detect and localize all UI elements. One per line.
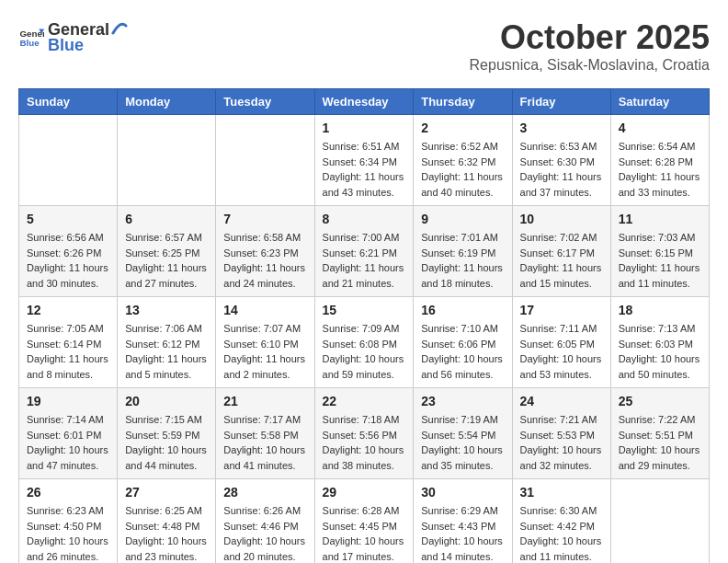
day-info: Sunrise: 7:15 AMSunset: 5:59 PMDaylight:… xyxy=(125,412,208,473)
day-number: 31 xyxy=(520,485,603,500)
day-info: Sunrise: 6:52 AMSunset: 6:32 PMDaylight:… xyxy=(421,139,504,200)
table-cell: 4Sunrise: 6:54 AMSunset: 6:28 PMDaylight… xyxy=(610,115,709,206)
day-info: Sunrise: 7:13 AMSunset: 6:03 PMDaylight:… xyxy=(619,321,701,382)
day-number: 5 xyxy=(27,212,109,226)
day-number: 20 xyxy=(125,394,208,408)
day-number: 9 xyxy=(421,212,504,226)
day-info: Sunrise: 6:53 AMSunset: 6:30 PMDaylight:… xyxy=(520,139,603,200)
day-info: Sunrise: 6:56 AMSunset: 6:26 PMDaylight:… xyxy=(27,230,109,291)
table-cell: 16Sunrise: 7:10 AMSunset: 6:06 PMDayligh… xyxy=(414,297,512,388)
table-cell: 17Sunrise: 7:11 AMSunset: 6:05 PMDayligh… xyxy=(512,297,610,388)
day-info: Sunrise: 7:03 AMSunset: 6:15 PMDaylight:… xyxy=(619,230,701,291)
title-block: October 2025 Repusnica, Sisak-Moslavina,… xyxy=(470,18,710,74)
calendar-table: Sunday Monday Tuesday Wednesday Thursday… xyxy=(18,88,710,563)
table-cell: 9Sunrise: 7:01 AMSunset: 6:19 PMDaylight… xyxy=(414,206,512,297)
day-info: Sunrise: 7:11 AMSunset: 6:05 PMDaylight:… xyxy=(520,321,603,382)
day-number: 30 xyxy=(421,485,504,500)
table-cell: 31Sunrise: 6:30 AMSunset: 4:42 PMDayligh… xyxy=(512,479,610,564)
day-number: 23 xyxy=(421,394,504,408)
day-info: Sunrise: 6:54 AMSunset: 6:28 PMDaylight:… xyxy=(619,139,701,200)
day-info: Sunrise: 7:18 AMSunset: 5:56 PMDaylight:… xyxy=(323,412,406,473)
day-info: Sunrise: 7:09 AMSunset: 6:08 PMDaylight:… xyxy=(323,321,406,382)
day-number: 24 xyxy=(520,394,603,408)
table-cell: 24Sunrise: 7:21 AMSunset: 5:53 PMDayligh… xyxy=(512,388,610,479)
day-info: Sunrise: 7:22 AMSunset: 5:51 PMDaylight:… xyxy=(619,412,701,473)
day-number: 7 xyxy=(223,212,306,226)
table-cell: 1Sunrise: 6:51 AMSunset: 6:34 PMDaylight… xyxy=(314,115,414,206)
table-cell: 11Sunrise: 7:03 AMSunset: 6:15 PMDayligh… xyxy=(610,206,709,297)
day-info: Sunrise: 6:29 AMSunset: 4:43 PMDaylight:… xyxy=(421,503,504,563)
day-number: 16 xyxy=(421,303,504,317)
col-tuesday: Tuesday xyxy=(216,89,314,115)
day-info: Sunrise: 7:19 AMSunset: 5:54 PMDaylight:… xyxy=(421,412,504,473)
day-number: 18 xyxy=(619,303,701,317)
day-number: 4 xyxy=(619,121,701,135)
day-number: 11 xyxy=(619,212,701,226)
day-info: Sunrise: 7:05 AMSunset: 6:14 PMDaylight:… xyxy=(27,321,109,382)
table-cell: 29Sunrise: 6:28 AMSunset: 4:45 PMDayligh… xyxy=(314,479,414,564)
day-info: Sunrise: 7:01 AMSunset: 6:19 PMDaylight:… xyxy=(421,230,504,291)
table-cell xyxy=(216,115,314,206)
table-cell: 25Sunrise: 7:22 AMSunset: 5:51 PMDayligh… xyxy=(610,388,709,479)
calendar-week-row-4: 19Sunrise: 7:14 AMSunset: 6:01 PMDayligh… xyxy=(19,388,710,479)
day-number: 26 xyxy=(27,485,109,500)
table-cell xyxy=(118,115,216,206)
day-number: 1 xyxy=(323,121,406,135)
location-subtitle: Repusnica, Sisak-Moslavina, Croatia xyxy=(470,57,710,74)
day-number: 10 xyxy=(520,212,603,226)
day-info: Sunrise: 6:58 AMSunset: 6:23 PMDaylight:… xyxy=(223,230,306,291)
calendar-week-row-3: 12Sunrise: 7:05 AMSunset: 6:14 PMDayligh… xyxy=(19,297,710,388)
col-sunday: Sunday xyxy=(19,89,118,115)
table-cell: 10Sunrise: 7:02 AMSunset: 6:17 PMDayligh… xyxy=(512,206,610,297)
day-number: 15 xyxy=(323,303,406,317)
day-number: 22 xyxy=(323,394,406,408)
table-cell: 7Sunrise: 6:58 AMSunset: 6:23 PMDaylight… xyxy=(216,206,314,297)
day-info: Sunrise: 7:17 AMSunset: 5:58 PMDaylight:… xyxy=(223,412,306,473)
table-cell: 8Sunrise: 7:00 AMSunset: 6:21 PMDaylight… xyxy=(314,206,414,297)
table-cell: 22Sunrise: 7:18 AMSunset: 5:56 PMDayligh… xyxy=(314,388,414,479)
logo-swoosh-icon xyxy=(111,18,128,35)
day-info: Sunrise: 6:51 AMSunset: 6:34 PMDaylight:… xyxy=(323,139,406,200)
day-number: 8 xyxy=(323,212,406,226)
calendar-week-row-5: 26Sunrise: 6:23 AMSunset: 4:50 PMDayligh… xyxy=(19,479,710,564)
day-info: Sunrise: 7:06 AMSunset: 6:12 PMDaylight:… xyxy=(125,321,208,382)
day-number: 25 xyxy=(619,394,701,408)
table-cell: 26Sunrise: 6:23 AMSunset: 4:50 PMDayligh… xyxy=(19,479,118,564)
day-number: 27 xyxy=(125,485,208,500)
table-cell: 5Sunrise: 6:56 AMSunset: 6:26 PMDaylight… xyxy=(19,206,118,297)
day-info: Sunrise: 6:25 AMSunset: 4:48 PMDaylight:… xyxy=(125,503,208,563)
table-cell xyxy=(610,479,709,564)
day-info: Sunrise: 6:23 AMSunset: 4:50 PMDaylight:… xyxy=(27,503,109,563)
table-cell: 6Sunrise: 6:57 AMSunset: 6:25 PMDaylight… xyxy=(118,206,216,297)
table-cell: 30Sunrise: 6:29 AMSunset: 4:43 PMDayligh… xyxy=(414,479,512,564)
day-number: 21 xyxy=(223,394,306,408)
col-friday: Friday xyxy=(512,89,610,115)
day-info: Sunrise: 7:07 AMSunset: 6:10 PMDaylight:… xyxy=(223,321,306,382)
day-number: 19 xyxy=(27,394,109,408)
col-thursday: Thursday xyxy=(414,89,512,115)
table-cell: 20Sunrise: 7:15 AMSunset: 5:59 PMDayligh… xyxy=(118,388,216,479)
day-info: Sunrise: 6:26 AMSunset: 4:46 PMDaylight:… xyxy=(223,503,306,563)
day-info: Sunrise: 6:57 AMSunset: 6:25 PMDaylight:… xyxy=(125,230,208,291)
day-number: 14 xyxy=(223,303,306,317)
day-number: 13 xyxy=(125,303,208,317)
day-info: Sunrise: 7:00 AMSunset: 6:21 PMDaylight:… xyxy=(323,230,406,291)
day-number: 2 xyxy=(421,121,504,135)
day-info: Sunrise: 7:02 AMSunset: 6:17 PMDaylight:… xyxy=(520,230,603,291)
day-number: 6 xyxy=(125,212,208,226)
table-cell: 3Sunrise: 6:53 AMSunset: 6:30 PMDaylight… xyxy=(512,115,610,206)
logo-icon: General Blue xyxy=(18,24,44,50)
day-number: 28 xyxy=(223,485,306,500)
calendar-week-row-1: 1Sunrise: 6:51 AMSunset: 6:34 PMDaylight… xyxy=(19,115,710,206)
logo: General Blue General Blue xyxy=(18,18,130,55)
table-cell: 18Sunrise: 7:13 AMSunset: 6:03 PMDayligh… xyxy=(610,297,709,388)
day-number: 29 xyxy=(323,485,406,500)
month-title: October 2025 xyxy=(470,18,710,57)
day-number: 17 xyxy=(520,303,603,317)
svg-text:Blue: Blue xyxy=(19,38,40,48)
day-info: Sunrise: 6:28 AMSunset: 4:45 PMDaylight:… xyxy=(323,503,406,563)
table-cell: 27Sunrise: 6:25 AMSunset: 4:48 PMDayligh… xyxy=(118,479,216,564)
table-cell: 13Sunrise: 7:06 AMSunset: 6:12 PMDayligh… xyxy=(118,297,216,388)
table-cell: 23Sunrise: 7:19 AMSunset: 5:54 PMDayligh… xyxy=(414,388,512,479)
table-cell: 19Sunrise: 7:14 AMSunset: 6:01 PMDayligh… xyxy=(19,388,118,479)
